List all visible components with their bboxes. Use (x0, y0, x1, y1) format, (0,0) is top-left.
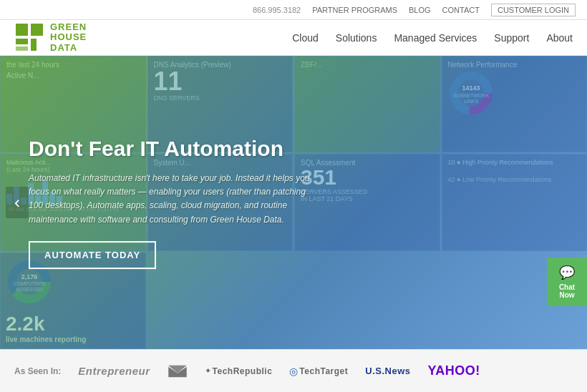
techtarget-logo: ◎ TechTarget (289, 366, 348, 377)
nav-managed-services[interactable]: Managed Services (394, 32, 477, 44)
svg-rect-1 (31, 24, 43, 36)
chat-button[interactable]: 💬 Chat Now (547, 258, 587, 306)
partner-programs-link[interactable]: PARTNER PROGRAMS (312, 6, 397, 14)
blog-link[interactable]: BLOG (409, 6, 431, 14)
svg-text:LINKS: LINKS (463, 99, 478, 104)
svg-text:14143: 14143 (462, 84, 480, 92)
svg-rect-4 (16, 46, 28, 51)
chat-label: Chat Now (559, 283, 575, 299)
footer-bar: As Seen In: Entrepreneur ✦ TechRepublic … (0, 349, 587, 392)
m-logo-shape (168, 364, 188, 378)
bottom-left-stat: 2.2k live machines reporting (6, 313, 86, 343)
nav-cloud[interactable]: Cloud (292, 32, 319, 44)
hero-heading: Don't Fear IT Automation (29, 136, 315, 162)
nav-solutions[interactable]: Solutions (336, 32, 377, 44)
bottom-left-label: live machines reporting (6, 335, 86, 343)
techtarget-text: TechTarget (299, 366, 348, 376)
techrepublic-icon: ✦ (205, 366, 211, 376)
contact-link[interactable]: CONTACT (442, 6, 480, 14)
svg-text:COMPUTERS: COMPUTERS (14, 281, 46, 286)
entrepreneur-logo: Entrepreneur (78, 365, 150, 377)
svg-rect-2 (16, 39, 28, 44)
hero-body: Automated IT infrastructure isn't here t… (29, 172, 315, 227)
m-logo (168, 364, 188, 378)
svg-rect-3 (31, 39, 37, 51)
dash-cell-priority: 10 ● High Priority Recommendations 42 ● … (442, 154, 588, 250)
main-nav: Cloud Solutions Managed Services Support… (292, 32, 573, 44)
logo-line2: HOUSE (50, 32, 87, 42)
usnews-logo: U.S.News (365, 366, 410, 376)
svg-text:ASSESSED: ASSESSED (16, 287, 43, 292)
nav-support[interactable]: Support (494, 32, 529, 44)
logo-line1: GREEN (50, 22, 87, 32)
dash-cell-network: Network Performance 14143 SUBNETWORK LIN… (442, 56, 588, 152)
svg-text:SUBNETWORK: SUBNETWORK (452, 93, 489, 98)
logo[interactable]: GREEN HOUSE DATA (14, 22, 87, 53)
svg-rect-0 (16, 24, 28, 36)
logo-icon (14, 22, 44, 52)
donut-chart-1: 14143 SUBNETWORK LINKS (448, 70, 494, 116)
top-bar: 866.995.3182 PARTNER PROGRAMS BLOG CONTA… (0, 0, 587, 20)
phone-number: 866.995.3182 (253, 6, 301, 14)
techrepublic-text: TechRepublic (213, 366, 273, 376)
automate-today-button[interactable]: AUTOMATE TODAY (29, 241, 156, 269)
dash-cell-2: ZBF/... (294, 56, 440, 152)
nav-about[interactable]: About (546, 32, 573, 44)
as-seen-in-label: As Seen In: (14, 366, 61, 376)
chat-icon: 💬 (553, 265, 581, 280)
hero-content: Don't Fear IT Automation Automated IT in… (29, 136, 315, 269)
header: GREEN HOUSE DATA Cloud Solutions Managed… (0, 20, 587, 56)
techrepublic-logo: ✦ TechRepublic (205, 366, 273, 376)
logo-text: GREEN HOUSE DATA (50, 22, 87, 53)
dash-cell-sql: SQL Assessment 351 Servers Assessed in l… (294, 154, 440, 250)
yahoo-logo: YAHOO! (428, 363, 480, 378)
hero-prev-arrow[interactable]: ‹ (6, 187, 29, 218)
svg-text:2,176: 2,176 (21, 273, 38, 280)
logo-line3: DATA (50, 43, 87, 53)
customer-login-button[interactable]: CUSTOMER LOGIN (491, 4, 576, 16)
hero-section: the last 24 hours Active N... DNS Analyt… (0, 56, 587, 349)
techtarget-icon: ◎ (289, 366, 298, 377)
